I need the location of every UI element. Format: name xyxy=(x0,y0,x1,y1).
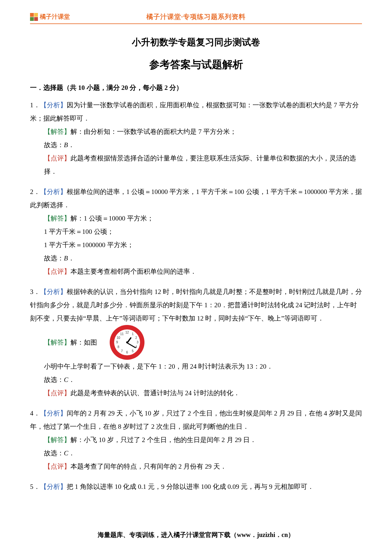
as-shown-label: 如图 xyxy=(84,339,97,346)
page-footer: 海量题库、专项训练，进入橘子汁课堂官网下载（www．juzizhi．cn） xyxy=(0,531,392,539)
answer-tag: 【解答】 xyxy=(44,128,70,135)
analysis-tag: 【分析】 xyxy=(40,188,67,196)
q3-number: 3． xyxy=(30,288,40,296)
choice-label: 故选： xyxy=(44,141,64,149)
answer-prefix: 解： xyxy=(70,339,84,346)
comment-tag: 【点评】 xyxy=(44,463,70,470)
clock-num-7: 7 xyxy=(121,348,123,354)
q2-comment: 本题主要考查相邻两个面积单位间的进率． xyxy=(70,268,197,275)
question-1: 1．【分析】因为计量一张数学试卷的面积，应用面积单位，根据数据可知：一张数学试卷… xyxy=(30,98,362,178)
q5-number: 5． xyxy=(30,483,40,490)
question-3: 3．【分析】根据钟表的认识，当分针指向 12 时，时针指向几就是几时整；不是整时… xyxy=(30,285,362,400)
section-heading: 一．选择题（共 10 小题，满分 20 分，每小题 2 分） xyxy=(30,83,362,92)
q1-choice: B xyxy=(64,141,68,149)
comment-tag: 【点评】 xyxy=(44,154,70,162)
logo-icon xyxy=(30,13,38,21)
q2-a2: 1 平方千米＝100 公顷； xyxy=(30,225,362,238)
q3-analysis: 根据钟表的认识，当分针指向 12 时，时针指向几就是几时整；不是整时时，时针刚过… xyxy=(30,288,362,322)
clock-image: 12 1 2 3 4 5 6 7 8 9 10 11 xyxy=(110,325,144,360)
choice-label: 故选： xyxy=(44,376,64,384)
q1-comment: 此题考查根据情景选择合适的计量单位，要注意联系生活实际、计量单位和数据的大小，灵… xyxy=(44,154,356,175)
answer-prefix: 解： xyxy=(70,215,84,222)
q2-analysis: 根据单位间的进率，1 公顷＝10000 平方米，1 平方千米＝100 公顷，1 … xyxy=(30,188,362,209)
answer-prefix: 解： xyxy=(70,128,84,135)
clock-num-1: 1 xyxy=(132,331,134,337)
q2-a1: 1 公顷＝10000 平方米； xyxy=(84,215,154,222)
q2-number: 2． xyxy=(30,188,40,196)
q4-answer: 小飞 10 岁，只过了 2 个生日，他的生日是闰年 2 月 29 日． xyxy=(84,436,256,444)
q3-comment: 此题是考查钟表的认识、普通计时法与 24 计时法的转化． xyxy=(70,389,240,397)
comment-tag: 【点评】 xyxy=(44,389,70,397)
choice-label: 故选： xyxy=(44,449,64,457)
comment-tag: 【点评】 xyxy=(44,268,70,275)
q4-analysis: 闰年的 2 月有 29 天，小飞 10 岁，只过了 2 个生日，他出生时候是闰年… xyxy=(30,409,362,430)
header-divider xyxy=(30,23,362,24)
page-header: 橘子汁课堂 橘子汁课堂·专项练习题系列资料 xyxy=(30,13,362,21)
q1-number: 1． xyxy=(30,101,40,109)
clock-num-5: 5 xyxy=(132,348,134,354)
q5-analysis: 把 1 角除以进率 10 化成 0.1 元，9 分除以进率 100 化成 0.0… xyxy=(67,483,314,490)
clock-num-12: 12 xyxy=(126,329,129,336)
q2-choice: B xyxy=(64,254,68,262)
analysis-tag: 【分析】 xyxy=(40,483,67,490)
analysis-tag: 【分析】 xyxy=(40,288,67,296)
q2-a3: 1 平方千米＝1000000 平方米； xyxy=(30,238,362,252)
analysis-tag: 【分析】 xyxy=(40,409,67,417)
clock-center-dot xyxy=(126,341,128,343)
clock-num-10: 10 xyxy=(117,335,120,341)
page-title: 小升初数学专题复习同步测试卷 xyxy=(30,36,362,49)
q1-analysis: 因为计量一张数学试卷的面积，应用面积单位，根据数据可知：一张数学试卷的面积大约是… xyxy=(30,101,359,122)
answer-tag: 【解答】 xyxy=(44,339,70,346)
answer-prefix: 解： xyxy=(70,436,84,444)
question-2: 2．【分析】根据单位间的进率，1 公顷＝10000 平方米，1 平方千米＝100… xyxy=(30,185,362,278)
logo-text: 橘子汁课堂 xyxy=(40,13,70,21)
choice-label: 故选： xyxy=(44,254,64,262)
q4-number: 4． xyxy=(30,409,40,417)
page-container: 橘子汁课堂 橘子汁课堂·专项练习题系列资料 小升初数学专题复习同步测试卷 参考答… xyxy=(0,0,392,513)
header-title: 橘子汁课堂·专项练习题系列资料 xyxy=(146,12,246,21)
q3-choice: C xyxy=(64,376,68,384)
q1-answer: 由分析知：一张数学试卷的面积大约是 7 平方分米； xyxy=(84,128,236,135)
brand-logo: 橘子汁课堂 xyxy=(30,13,70,21)
answer-tag: 【解答】 xyxy=(44,215,70,222)
answer-tag: 【解答】 xyxy=(44,436,70,444)
analysis-tag: 【分析】 xyxy=(40,101,67,109)
q4-choice: C xyxy=(64,449,68,457)
question-5: 5．【分析】把 1 角除以进率 10 化成 0.1 元，9 分除以进率 100 … xyxy=(30,480,362,493)
q4-comment: 本题考查了闰年的特点，只有闰年的 2 月份有 29 天． xyxy=(70,463,227,470)
clock-num-6: 6 xyxy=(126,349,128,356)
clock-num-11: 11 xyxy=(120,331,124,337)
page-subtitle: 参考答案与试题解析 xyxy=(30,58,362,72)
q3-after-img: 小明中午上学时看了一下钟表，是下午 1：20，用 24 时计时法表示为 13：2… xyxy=(30,360,362,373)
question-4: 4．【分析】闰年的 2 月有 29 天，小飞 10 岁，只过了 2 个生日，他出… xyxy=(30,407,362,473)
